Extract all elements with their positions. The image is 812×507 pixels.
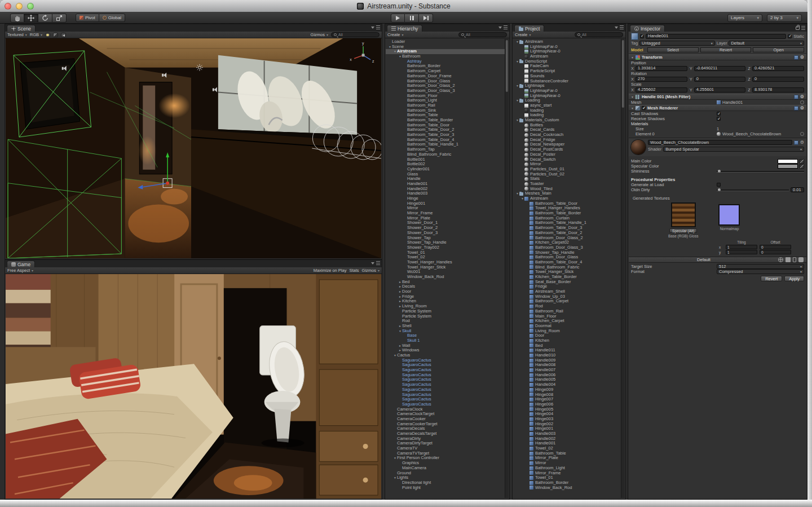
scrollbar-thumb[interactable]: [506, 40, 508, 92]
project-item[interactable]: Rod: [513, 304, 625, 309]
project-item[interactable]: Handle010: [513, 353, 625, 358]
hierarchy-item[interactable]: Bottle001: [386, 157, 509, 162]
project-item[interactable]: Handle006: [513, 373, 625, 378]
close-window-button[interactable]: [5, 3, 11, 10]
stats-toggle[interactable]: Stats: [349, 268, 359, 273]
rotation-x-field[interactable]: 270: [636, 77, 687, 82]
gear-icon[interactable]: ⚙: [800, 106, 804, 111]
hierarchy-item[interactable]: Hinge001: [386, 201, 509, 206]
android-platform-icon[interactable]: [798, 257, 804, 262]
shininess-slider[interactable]: [717, 169, 804, 174]
hierarchy-item[interactable]: Loader: [386, 39, 509, 45]
eyedropper-icon[interactable]: [800, 164, 804, 169]
scale-y-field[interactable]: 4.255601: [694, 87, 746, 92]
panel-menu-icon[interactable]: [376, 261, 380, 265]
specular-color-swatch[interactable]: [778, 164, 798, 169]
disclosure-triangle[interactable]: ▼: [520, 196, 524, 201]
scrollbar-thumb[interactable]: [622, 40, 624, 108]
gear-icon[interactable]: ⚙: [800, 55, 804, 60]
pivot-toggle-button[interactable]: Pivot: [76, 14, 99, 22]
hierarchy-item[interactable]: Cylinder001: [386, 167, 509, 172]
rotation-z-field[interactable]: 0: [752, 77, 804, 82]
hierarchy-item[interactable]: Handle001: [386, 182, 509, 187]
standalone-platform-icon[interactable]: [785, 257, 791, 262]
prefab-revert-button[interactable]: Revert: [700, 47, 752, 52]
element0-value[interactable]: Wood_Beech_ChocolateBrown: [722, 131, 781, 136]
foldout-icon[interactable]: [631, 94, 634, 99]
scale-x-field[interactable]: 4.255602: [636, 87, 687, 92]
hierarchy-item[interactable]: Shower_Door_2: [386, 226, 509, 231]
project-item[interactable]: Handle011: [513, 348, 625, 353]
project-item[interactable]: Hinge005: [513, 407, 625, 412]
project-item[interactable]: Hinge002: [513, 422, 625, 427]
panel-menu-icon[interactable]: [801, 26, 805, 30]
disclosure-triangle[interactable]: ►: [398, 304, 402, 309]
panel-dropdown-icon[interactable]: [615, 27, 618, 29]
project-item[interactable]: Handle002: [513, 437, 625, 442]
foldout-icon[interactable]: [631, 105, 634, 111]
hierarchy-item[interactable]: Bathroom_Door_Glass_3: [386, 89, 509, 94]
hierarchy-item[interactable]: Bathroom_Floor: [386, 94, 509, 99]
game-viewport[interactable]: [6, 274, 381, 499]
project-item[interactable]: Handle007: [513, 368, 625, 373]
materials-foldout[interactable]: Materials: [631, 121, 717, 126]
disclosure-triangle[interactable]: ▼: [515, 98, 519, 103]
panel-menu-icon[interactable]: [376, 25, 380, 29]
panel-dropdown-icon[interactable]: [498, 27, 502, 29]
disclosure-triangle[interactable]: ►: [398, 284, 402, 289]
scene-lighting-toggle[interactable]: [45, 33, 50, 37]
hierarchy-item[interactable]: Towel_01: [386, 250, 509, 255]
hierarchy-item[interactable]: Handle003: [386, 191, 509, 196]
project-item[interactable]: Handle008: [513, 363, 625, 368]
tab-inspector[interactable]: Inspector: [630, 25, 665, 32]
mesh-value[interactable]: Handle001: [722, 100, 743, 105]
play-button[interactable]: [391, 14, 405, 23]
project-item[interactable]: Hinge009: [513, 387, 625, 393]
rotation-y-field[interactable]: 0: [694, 77, 746, 82]
oldn-dirty-slider[interactable]: [717, 188, 789, 192]
project-item[interactable]: Handle004: [513, 382, 625, 387]
project-item[interactable]: Kitchen_Carpet: [513, 319, 625, 324]
project-item[interactable]: Hinge007: [513, 397, 625, 402]
prefab-select-button[interactable]: Select: [647, 47, 699, 52]
offset-y-field[interactable]: 0: [760, 250, 791, 254]
foldout-icon[interactable]: [631, 55, 634, 60]
disclosure-triangle[interactable]: ▼: [398, 54, 402, 59]
titlebar[interactable]: Airstream.unity - Substance: [0, 0, 807, 12]
project-item[interactable]: Hinge008: [513, 393, 625, 398]
hierarchy-item[interactable]: Towel_Hanger_Stick: [386, 265, 509, 270]
project-item[interactable]: Bathroom_Door_Glass_2: [513, 236, 625, 241]
hierarchy-item[interactable]: ▼ Bathroom: [386, 54, 509, 59]
panel-dropdown-icon[interactable]: [371, 262, 374, 264]
panel-menu-icon[interactable]: [620, 25, 624, 29]
disclosure-triangle[interactable]: ►: [398, 343, 402, 349]
disclosure-triangle[interactable]: ▼: [515, 118, 519, 123]
disclosure-triangle[interactable]: ▼: [393, 456, 397, 461]
tab-game[interactable]: Game: [7, 261, 35, 267]
project-item[interactable]: Bathroom_Light: [513, 466, 625, 471]
hierarchy-item[interactable]: Bathroom_Rail: [386, 103, 509, 108]
hierarchy-item[interactable]: Blind_Bathroom_Fabric: [386, 152, 509, 157]
component-enabled-checkbox[interactable]: [642, 106, 646, 110]
hierarchy-item[interactable]: Bathroom_Table_Handle_1: [386, 142, 509, 147]
project-item[interactable]: Hinge004: [513, 412, 625, 417]
gear-icon[interactable]: ⚙: [800, 95, 804, 99]
hierarchy-item[interactable]: Shower_Tap_Handle: [386, 240, 509, 245]
project-item[interactable]: Seat_Base_Border: [513, 280, 625, 285]
hierarchy-item[interactable]: Shower_Door_1: [386, 221, 509, 226]
size-value[interactable]: 1: [717, 126, 804, 131]
hierarchy-item[interactable]: Glass: [386, 172, 509, 177]
apply-button[interactable]: Apply: [784, 276, 804, 281]
help-icon[interactable]: [794, 106, 798, 111]
project-item[interactable]: Doormat: [513, 324, 625, 329]
project-item[interactable]: Door: [513, 333, 625, 338]
tab-project[interactable]: Project: [514, 25, 544, 32]
global-toggle-button[interactable]: Global: [99, 14, 125, 22]
hierarchy-item[interactable]: Shower_Tap: [386, 236, 509, 241]
hierarchy-item[interactable]: Wc001: [386, 270, 509, 275]
hierarchy-item[interactable]: Point light: [386, 486, 509, 491]
static-checkbox[interactable]: [788, 34, 792, 38]
tag-dropdown[interactable]: Untagged: [639, 41, 715, 46]
disclosure-triangle[interactable]: ▼: [393, 353, 397, 358]
disclosure-triangle[interactable]: ►: [398, 299, 402, 304]
